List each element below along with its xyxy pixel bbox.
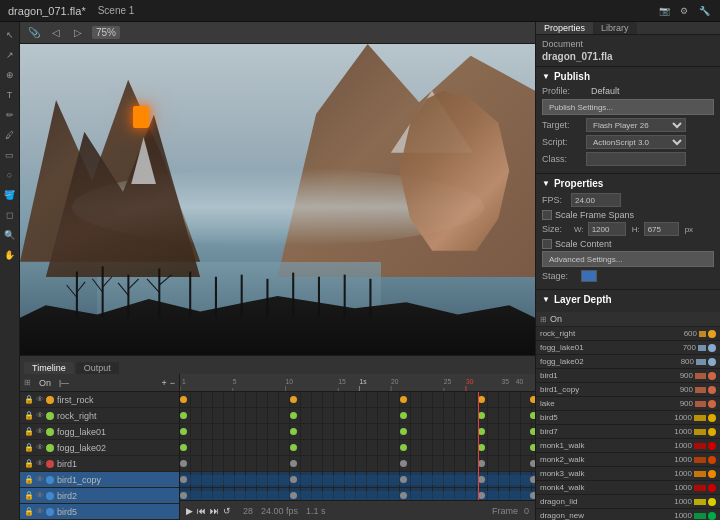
layer-row[interactable]: 🔒 👁 bird5 <box>20 504 179 520</box>
stage-prev[interactable]: ◁ <box>48 25 64 41</box>
layer-row[interactable]: 🔒 👁 rock_right <box>20 408 179 424</box>
playhead[interactable] <box>478 392 479 500</box>
layer-row[interactable]: 🔒 👁 bird1 <box>20 456 179 472</box>
layer-row[interactable]: 🔒 👁 fogg_lake02 <box>20 440 179 456</box>
layer-eye-icon[interactable]: 👁 <box>36 411 44 420</box>
layer-name-text: first_rock <box>57 395 175 405</box>
depth-item-name: bird7 <box>540 427 625 436</box>
layer-eye-icon[interactable]: 👁 <box>36 459 44 468</box>
layer-eye-icon[interactable]: 👁 <box>36 395 44 404</box>
depth-row[interactable]: fogg_lake02 800 <box>536 355 720 369</box>
camera-icon[interactable]: 📷 <box>656 3 672 19</box>
depth-bar <box>695 373 706 379</box>
target-select[interactable]: Flash Player 26 <box>586 118 686 132</box>
right-panel: Properties Library Document dragon_071.f… <box>535 22 720 520</box>
doc-filename: dragon_071.fla <box>542 51 714 62</box>
depth-color-indicator <box>708 512 716 520</box>
props-header[interactable]: ▼ Properties <box>542 178 714 189</box>
stage-next[interactable]: ▷ <box>70 25 86 41</box>
class-input[interactable] <box>586 152 686 166</box>
layer-row[interactable]: 🔒 👁 first_rock <box>20 392 179 408</box>
text-tool[interactable]: T <box>1 86 19 104</box>
layer-lock-icon[interactable]: 🔒 <box>24 491 34 500</box>
oval-tool[interactable]: ○ <box>1 166 19 184</box>
step-forward-btn[interactable]: ⏭ <box>210 506 219 516</box>
depth-row[interactable]: monk1_walk 1000 <box>536 439 720 453</box>
layer-depth-header[interactable]: ▼ Layer Depth <box>536 294 720 308</box>
layer-lock-icon[interactable]: 🔒 <box>24 475 34 484</box>
clip-icon[interactable]: 📎 <box>26 25 42 41</box>
depth-bar <box>694 471 706 477</box>
depth-row[interactable]: dragon_new 1000 <box>536 509 720 520</box>
depth-row[interactable]: monk4_walk 1000 <box>536 481 720 495</box>
rect-tool[interactable]: ▭ <box>1 146 19 164</box>
depth-row[interactable]: monk2_walk 1000 <box>536 453 720 467</box>
layer-eye-icon[interactable]: 👁 <box>36 427 44 436</box>
svg-text:15: 15 <box>338 378 346 385</box>
depth-row[interactable]: rock_right 600 <box>536 327 720 341</box>
delete-layer-btn[interactable]: − <box>170 378 175 388</box>
play-btn[interactable]: ▶ <box>186 506 193 516</box>
depth-row[interactable]: monk3_walk 1000 <box>536 467 720 481</box>
pencil-tool[interactable]: ✏ <box>1 106 19 124</box>
depth-color-indicator <box>708 400 716 408</box>
layer-row[interactable]: 🔒 👁 fogg_lake01 <box>20 424 179 440</box>
height-input[interactable] <box>644 222 679 236</box>
tools-icon[interactable]: 🔧 <box>696 3 712 19</box>
depth-color-indicator <box>708 414 716 422</box>
tab-library[interactable]: Library <box>593 22 637 34</box>
profile-value: Default <box>591 86 620 96</box>
depth-item-name: fogg_lake01 <box>540 343 625 352</box>
depth-item-name: lake <box>540 399 625 408</box>
publish-settings-btn[interactable]: Publish Settings... <box>542 99 714 115</box>
stage-color[interactable] <box>581 270 597 282</box>
tab-properties[interactable]: Properties <box>536 22 593 34</box>
layer-eye-icon[interactable]: 👁 <box>36 475 44 484</box>
depth-row[interactable]: bird1_copy 900 <box>536 383 720 397</box>
layer-lock-icon[interactable]: 🔒 <box>24 443 34 452</box>
frames-container: 1 5 10 15 1s 20 25 30 35 <box>180 374 535 520</box>
depth-row[interactable]: bird7 1000 <box>536 425 720 439</box>
layer-lock-icon[interactable]: 🔒 <box>24 427 34 436</box>
subselect-tool[interactable]: ↗ <box>1 46 19 64</box>
eraser-tool[interactable]: ◻ <box>1 206 19 224</box>
layer-eye-icon[interactable]: 👁 <box>36 507 44 516</box>
depth-row[interactable]: dragon_lid 1000 <box>536 495 720 509</box>
layer-lock-icon[interactable]: 🔒 <box>24 395 34 404</box>
depth-row[interactable]: fogg_lake01 700 <box>536 341 720 355</box>
keyframe-dot <box>478 396 485 403</box>
loop-btn[interactable]: ↺ <box>223 506 231 516</box>
frame-value: 0 <box>524 506 529 516</box>
depth-row[interactable]: bird1 900 <box>536 369 720 383</box>
layer-row[interactable]: 🔒 👁 bird1_copy <box>20 472 179 488</box>
tab-output[interactable]: Output <box>76 362 119 374</box>
add-layer-btn[interactable]: + <box>161 378 166 388</box>
hand-tool[interactable]: ✋ <box>1 246 19 264</box>
zoom-level[interactable]: 75% <box>92 26 120 39</box>
pen-tool[interactable]: 🖊 <box>1 126 19 144</box>
tab-timeline[interactable]: Timeline <box>24 362 74 374</box>
width-input[interactable] <box>588 222 626 236</box>
bucket-tool[interactable]: 🪣 <box>1 186 19 204</box>
ruler-ticks: 1 5 10 15 1s 20 25 30 35 <box>180 374 535 391</box>
transform-tool[interactable]: ⊕ <box>1 66 19 84</box>
layer-row[interactable]: 🔒 👁 bird2 <box>20 488 179 504</box>
script-select[interactable]: ActionScript 3.0 <box>586 135 686 149</box>
layer-lock-icon[interactable]: 🔒 <box>24 411 34 420</box>
scale-content-checkbox[interactable] <box>542 239 552 249</box>
advanced-btn[interactable]: Advanced Settings... <box>542 251 714 267</box>
depth-row[interactable]: bird5 1000 <box>536 411 720 425</box>
select-tool[interactable]: ↖ <box>1 26 19 44</box>
fps-input[interactable] <box>571 193 621 207</box>
layer-eye-icon[interactable]: 👁 <box>36 491 44 500</box>
layer-eye-icon[interactable]: 👁 <box>36 443 44 452</box>
publish-header[interactable]: ▼ Publish <box>542 71 714 82</box>
timeline-body: ⊞ On |— + − 🔒 👁 first_rock <box>20 374 535 520</box>
layer-lock-icon[interactable]: 🔒 <box>24 459 34 468</box>
step-back-btn[interactable]: ⏮ <box>197 506 206 516</box>
zoom-tool[interactable]: 🔍 <box>1 226 19 244</box>
settings-icon[interactable]: ⚙ <box>676 3 692 19</box>
layer-lock-icon[interactable]: 🔒 <box>24 507 34 516</box>
scale-frame-checkbox[interactable] <box>542 210 552 220</box>
depth-row[interactable]: lake 900 <box>536 397 720 411</box>
